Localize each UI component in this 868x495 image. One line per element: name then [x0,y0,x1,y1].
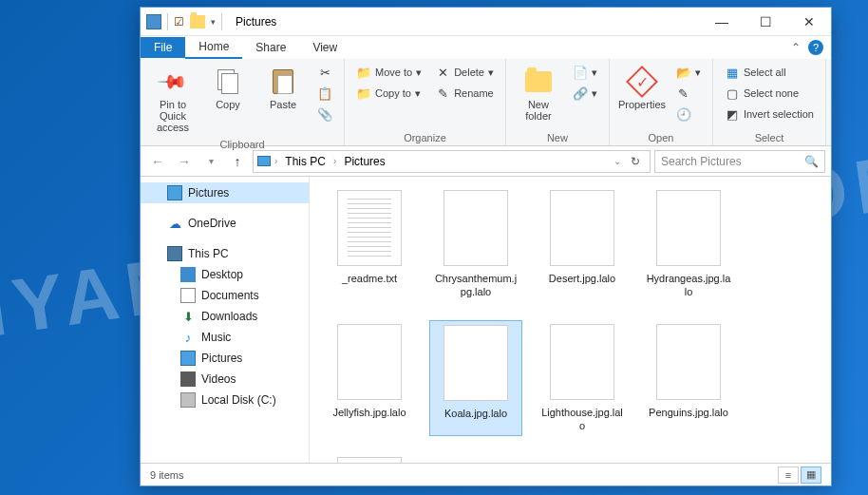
rename-button[interactable]: ✎Rename [431,84,498,103]
delete-button[interactable]: ✕Delete ▾ [431,63,498,82]
history-button[interactable]: 🕘 [672,105,705,124]
delete-icon: ✕ [435,65,450,80]
nav-localdisk[interactable]: Local Disk (C:) [141,390,309,410]
search-input[interactable]: Search Pictures 🔍 [654,150,825,173]
new-folder-button[interactable]: New folder [514,63,563,125]
refresh-button[interactable]: ↻ [625,155,646,168]
easy-access-button[interactable]: 🔗▾ [569,84,601,103]
file-name: _readme.txt [342,272,397,285]
chevron-right-icon[interactable]: › [274,156,277,166]
invert-selection-button[interactable]: ◩Invert selection [721,105,818,124]
file-grid: _readme.txtChrysanthemum.jpg.laloDesert.… [323,186,818,463]
chevron-right-icon[interactable]: › [333,156,336,166]
tab-view[interactable]: View [299,37,350,58]
nav-onedrive[interactable]: ☁OneDrive [141,213,309,234]
nav-music[interactable]: ♪Music [141,327,309,348]
paste-button[interactable]: Paste [258,63,308,114]
help-icon[interactable]: ? [808,40,823,55]
properties-button[interactable]: Properties [617,63,667,114]
status-count: 9 items [150,469,183,481]
recent-dropdown-icon[interactable]: ▾ [199,150,222,173]
select-all-button[interactable]: ▦Select all [721,63,818,82]
back-button[interactable]: ← [146,150,169,173]
file-item[interactable]: _readme.txt [323,186,416,303]
qat-separator [221,13,222,30]
collapse-ribbon-icon[interactable]: ⌃ [791,41,801,54]
nav-pictures[interactable]: Pictures [141,182,309,203]
search-placeholder: Search Pictures [661,155,742,168]
properties-qat-icon[interactable]: ☑ [174,15,184,29]
pin-to-quick-access-button[interactable]: 📌 Pin to Quick access [148,63,198,137]
file-item[interactable]: Hydrangeas.jpg.lalo [642,186,735,303]
copy-to-icon: 📁 [356,86,371,101]
blank-file-icon [550,324,614,400]
new-group-label: New [514,130,601,145]
file-item[interactable]: Chrysanthemum.jpg.lalo [429,186,522,303]
navigation-pane[interactable]: Pictures ☁OneDrive This PC Desktop Docum… [141,177,310,463]
address-dropdown-icon[interactable]: ⌄ [613,156,621,166]
pin-icon: 📌 [151,60,194,103]
qat-dropdown-icon[interactable]: ▾ [211,17,216,27]
paste-icon [273,69,293,94]
nav-videos[interactable]: Videos [141,369,309,390]
copy-button[interactable]: Copy [203,63,253,114]
file-item[interactable]: Desert.jpg.lalo [536,186,629,303]
select-none-button[interactable]: ▢Select none [721,84,818,103]
file-item[interactable]: Lighthouse.jpg.lalo [536,320,629,437]
nav-documents[interactable]: Documents [141,285,309,306]
file-pane[interactable]: _readme.txtChrysanthemum.jpg.laloDesert.… [310,177,831,463]
file-item[interactable]: Koala.jpg.lalo [429,320,522,437]
tab-file[interactable]: File [141,37,185,58]
minimize-button[interactable]: — [700,8,744,36]
nav-desktop[interactable]: Desktop [141,264,309,285]
nav-pictures-sub[interactable]: Pictures [141,348,309,369]
address-field[interactable]: › This PC › Pictures ⌄ ↻ [253,150,651,173]
copy-label: Copy [216,99,240,110]
details-view-button[interactable]: ≡ [778,466,799,484]
folder-qat-icon[interactable] [190,15,205,29]
new-folder-icon [525,71,552,92]
paste-shortcut-icon: 📎 [317,106,332,122]
forward-button[interactable]: → [173,150,196,173]
move-to-button[interactable]: 📁Move to ▾ [352,63,425,82]
icons-view-button[interactable]: ▦ [801,466,821,484]
file-item[interactable]: Penguins.jpg.lalo [642,320,735,437]
nav-downloads[interactable]: ⬇Downloads [141,306,309,327]
close-button[interactable]: ✕ [787,8,831,36]
disk-icon [180,392,196,408]
breadcrumb-pictures[interactable]: Pictures [340,155,388,168]
search-icon: 🔍 [804,155,819,168]
paste-label: Paste [270,99,296,110]
pictures-icon [167,185,182,200]
ribbon-tabs: File Home Share View ⌃ ? [141,36,831,59]
ribbon-group-new: New folder 📄▾ 🔗▾ New [506,59,610,145]
music-icon: ♪ [180,330,196,345]
paste-shortcut-button[interactable]: 📎 [313,105,336,124]
up-button[interactable]: ↑ [226,150,249,173]
file-name: Lighthouse.jpg.lalo [539,406,625,433]
copy-path-button[interactable]: 📋 [313,84,336,103]
blank-file-icon [656,324,721,400]
open-button[interactable]: 📂▾ [672,63,705,82]
ribbon-group-select: ▦Select all ▢Select none ◩Invert selecti… [713,59,826,145]
edit-icon: ✎ [676,86,691,101]
pictures-icon [180,351,196,366]
quick-access-toolbar: ☑ ▾ [141,13,228,30]
tab-share[interactable]: Share [242,37,299,58]
file-item[interactable]: Tulips.jpg.lalo [323,453,416,463]
new-folder-label: New folder [516,99,561,122]
file-name: Hydrangeas.jpg.lalo [646,272,731,299]
open-icon: 📂 [676,65,691,80]
address-bar: ← → ▾ ↑ › This PC › Pictures ⌄ ↻ Search … [141,146,831,177]
tab-home[interactable]: Home [185,36,242,59]
new-item-button[interactable]: 📄▾ [569,63,601,82]
app-icon [146,14,161,29]
breadcrumb-thispc[interactable]: This PC [281,155,330,168]
move-to-icon: 📁 [356,65,371,80]
copy-to-button[interactable]: 📁Copy to ▾ [352,84,425,103]
edit-button[interactable]: ✎ [672,84,705,103]
cut-button[interactable]: ✂ [313,63,336,82]
maximize-button[interactable]: ☐ [744,8,787,36]
nav-thispc[interactable]: This PC [141,243,309,264]
file-item[interactable]: Jellyfish.jpg.lalo [323,320,416,437]
